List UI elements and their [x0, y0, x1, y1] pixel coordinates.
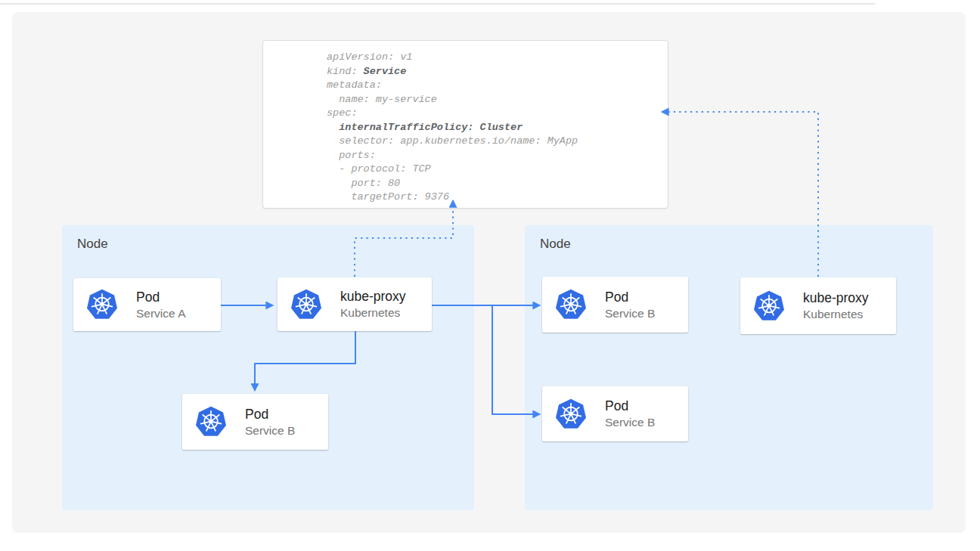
yaml-line-1: apiVersion: v1 — [327, 51, 668, 65]
node-right-label: Node — [540, 237, 571, 252]
card-pod-service-a: Pod Service A — [73, 278, 221, 331]
card-text: Pod Service B — [605, 398, 655, 430]
kubernetes-icon — [194, 405, 228, 438]
yaml-line-11: targetPort: 9376 — [327, 190, 668, 205]
card-subtitle: Service B — [605, 305, 655, 321]
card-text: Pod Service B — [605, 289, 655, 321]
code-segment: targetPort: 9376 — [327, 191, 449, 203]
kubernetes-icon — [290, 288, 323, 321]
yaml-line-2: kind: Service — [327, 65, 668, 79]
card-subtitle: Service B — [605, 414, 655, 430]
card-title: kube-proxy — [803, 289, 869, 306]
service-yaml-card: apiVersion: v1 kind: Service metadata: n… — [262, 40, 668, 209]
yaml-line-7: selector: app.kubernetes.io/name: MyApp — [327, 135, 668, 149]
card-subtitle: Service B — [245, 423, 295, 438]
card-kube-proxy-right: kube-proxy Kubernetes — [740, 277, 896, 334]
card-subtitle: Kubernetes — [803, 306, 869, 322]
node-left-label: Node — [77, 237, 108, 252]
card-pod-service-b-left: Pod Service B — [182, 394, 328, 450]
top-divider — [0, 3, 875, 5]
diagram-canvas: Node Node apiVersion: v1 kind: Service m… — [12, 12, 966, 533]
card-subtitle: Kubernetes — [340, 305, 406, 320]
card-text: kube-proxy Kubernetes — [340, 288, 406, 320]
yaml-line-3: metadata: — [327, 79, 668, 93]
code-segment-bold: Service — [364, 66, 407, 77]
code-segment: ports: — [327, 150, 376, 161]
card-text: kube-proxy Kubernetes — [803, 289, 869, 322]
card-title: Pod — [605, 289, 655, 305]
card-title: kube-proxy — [340, 288, 406, 305]
yaml-line-10: port: 80 — [327, 177, 668, 191]
card-text: Pod Service B — [245, 406, 295, 438]
yaml-line-4: name: my-service — [327, 93, 668, 107]
code-segment: selector: app.kubernetes.io/name: MyApp — [327, 135, 578, 147]
kubernetes-icon — [85, 288, 119, 321]
code-segment: kind: — [327, 66, 364, 77]
code-segment: spec: — [327, 107, 358, 119]
code-segment: apiVersion: v1 — [327, 51, 412, 63]
card-title: Pod — [605, 398, 655, 414]
node-right: Node — [525, 225, 933, 510]
node-left: Node — [62, 225, 474, 510]
card-subtitle: Service A — [136, 305, 185, 321]
code-segment: name: my-service — [327, 94, 437, 105]
code-segment: - protocol: TCP — [327, 163, 431, 175]
card-text: Pod Service A — [136, 289, 185, 321]
code-segment-bold: internalTrafficPolicy: Cluster — [327, 122, 523, 133]
code-segment: port: 80 — [327, 178, 400, 189]
kubernetes-icon — [554, 288, 588, 321]
yaml-line-8: ports: — [327, 149, 668, 163]
card-pod-service-b-right-top: Pod Service B — [542, 277, 688, 333]
card-title: Pod — [245, 406, 295, 423]
card-kube-proxy-left: kube-proxy Kubernetes — [278, 277, 432, 331]
screen: Node Node apiVersion: v1 kind: Service m… — [0, 0, 980, 551]
kubernetes-icon — [554, 398, 588, 431]
card-title: Pod — [136, 289, 185, 305]
code-segment: metadata: — [327, 79, 382, 91]
yaml-line-5: spec: — [327, 107, 668, 121]
kubernetes-icon — [752, 289, 786, 323]
yaml-line-9: - protocol: TCP — [327, 163, 668, 177]
card-pod-service-b-right-bottom: Pod Service B — [542, 386, 688, 441]
yaml-line-6: internalTrafficPolicy: Cluster — [327, 121, 668, 135]
